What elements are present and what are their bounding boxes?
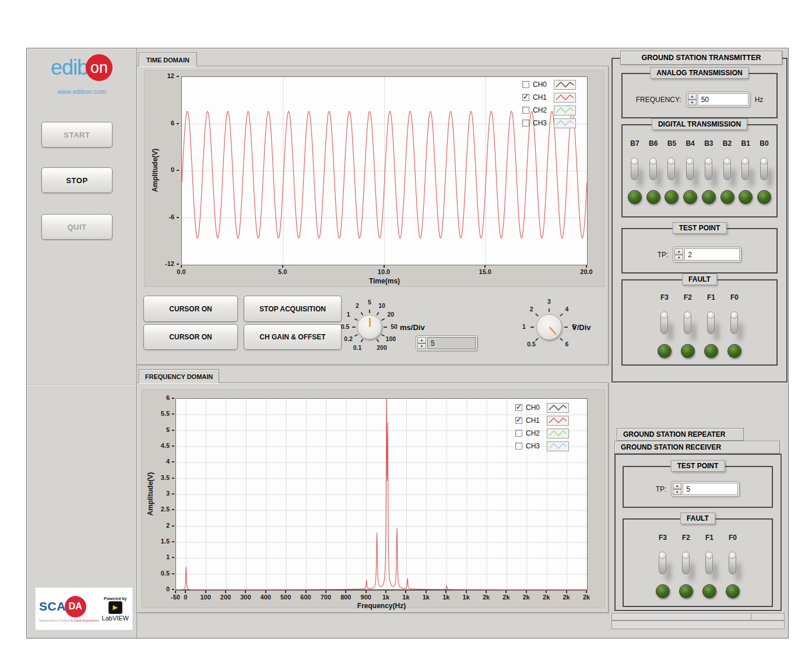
ms-div-knob[interactable]: 0.10.20.5125102050100200 xyxy=(318,299,423,369)
tx-tp-spinner-arrows[interactable]: ▲▼ xyxy=(674,248,683,261)
knob-tick xyxy=(360,312,363,315)
timebase-spinner-arrows[interactable]: ▲▼ xyxy=(417,337,426,349)
spinner-down-icon[interactable]: ▼ xyxy=(673,489,681,496)
stop-button[interactable]: STOP xyxy=(41,167,113,193)
toggle-switch-F2[interactable] xyxy=(679,549,693,579)
axis-tick-label: 2k xyxy=(556,594,577,601)
bit-column-B5: B5 xyxy=(664,139,679,204)
toggle-switch-B6[interactable] xyxy=(646,155,660,185)
timebase-value[interactable]: 5 xyxy=(427,337,476,349)
led-B4 xyxy=(683,190,697,204)
toggle-switch-B2[interactable] xyxy=(720,155,734,185)
edibon-logo: edib on xyxy=(27,54,136,81)
axis-tick xyxy=(172,445,174,447)
led-F1 xyxy=(704,344,718,358)
axis-tick-label: 100 xyxy=(195,594,216,601)
axis-tick xyxy=(172,413,174,415)
legend-checkbox-CH3[interactable] xyxy=(515,443,522,450)
timebase-spinner[interactable]: ▲▼ 5 xyxy=(416,335,477,351)
toggle-switch-F0[interactable] xyxy=(727,308,741,339)
ms-div-label: ms/Div xyxy=(400,323,425,332)
tab-ground-station-repeater[interactable]: GROUND STATION REPEATER xyxy=(617,428,744,441)
tx-test-point-group: TEST POINT TP: ▲▼ 2 xyxy=(621,228,778,273)
axis-tick xyxy=(365,591,367,593)
scada-logo: SCA DA Supervisory Control & Data Acquis… xyxy=(39,596,99,622)
sidebar: edib on www.edibon.com START STOP QUIT S… xyxy=(27,48,137,638)
axis-tick xyxy=(205,591,206,593)
legend-checkbox-CH3[interactable] xyxy=(522,120,529,127)
v-div-knob[interactable]: 0.5123456 xyxy=(516,299,616,369)
analog-transmission-title: ANALOG TRANSMISSION xyxy=(650,67,748,79)
toggle-switch-F3[interactable] xyxy=(656,549,670,579)
toggle-switch-F3[interactable] xyxy=(658,308,672,339)
axis-tick-label: 2k xyxy=(516,594,537,601)
frequency-value[interactable]: 50 xyxy=(698,93,748,106)
bit-column-B1: B1 xyxy=(738,139,753,204)
toggle-switch-B1[interactable] xyxy=(739,155,753,185)
bit-label-B6: B6 xyxy=(649,139,658,148)
rx-tp-spinner-arrows[interactable]: ▲▼ xyxy=(673,483,681,495)
tab-ground-station-receiver[interactable]: GROUND STATION RECEIVER xyxy=(614,441,780,454)
spinner-up-icon[interactable]: ▲ xyxy=(674,248,683,255)
bit-column-F3: F3 xyxy=(657,293,672,358)
cursor-on-button-1[interactable]: CURSOR ON xyxy=(143,296,238,322)
legend-checkbox-CH1[interactable] xyxy=(515,417,522,424)
axis-tick xyxy=(177,170,179,171)
toggle-switch-B0[interactable] xyxy=(757,155,771,185)
tx-tp-spinner[interactable]: ▲▼ 2 xyxy=(673,247,741,262)
spinner-up-icon[interactable]: ▲ xyxy=(673,483,681,489)
axis-tick xyxy=(566,591,567,593)
legend-label-CH2: CH2 xyxy=(533,106,550,114)
led-B6 xyxy=(646,190,660,204)
toggle-switch-B4[interactable] xyxy=(683,155,697,185)
axis-tick xyxy=(285,591,286,593)
spinner-down-icon[interactable]: ▼ xyxy=(417,343,426,350)
legend-checkbox-CH2[interactable] xyxy=(515,430,522,437)
spinner-down-icon[interactable]: ▼ xyxy=(688,100,697,106)
toggle-switch-B7[interactable] xyxy=(628,155,642,185)
time-x-axis-label: Time(ms) xyxy=(181,277,588,285)
spinner-down-icon[interactable]: ▼ xyxy=(674,255,683,261)
legend-checkbox-CH0[interactable] xyxy=(515,404,522,411)
knob-pointer xyxy=(369,318,371,327)
spinner-up-icon[interactable]: ▲ xyxy=(688,93,697,100)
axis-tick xyxy=(172,541,174,542)
frequency-label: FREQUENCY: xyxy=(636,96,681,104)
legend-checkbox-CH1[interactable] xyxy=(522,94,529,101)
frequency-spinner[interactable]: ▲▼ 50 xyxy=(686,92,750,107)
led-B5 xyxy=(665,190,679,204)
toggle-switch-F2[interactable] xyxy=(681,308,695,339)
frequency-spinner-arrows[interactable]: ▲▼ xyxy=(688,93,697,106)
toggle-switch-F0[interactable] xyxy=(726,549,740,579)
bit-label-F3: F3 xyxy=(660,293,669,302)
cursor-on-button-2[interactable]: CURSOR ON xyxy=(143,324,238,350)
axis-tick xyxy=(172,589,174,590)
axis-tick xyxy=(245,591,246,593)
legend-checkbox-CH0[interactable] xyxy=(522,81,529,88)
tx-tp-value[interactable]: 2 xyxy=(684,248,740,261)
start-button[interactable]: START xyxy=(41,122,113,148)
legend-label-CH2: CH2 xyxy=(526,429,543,437)
toggle-switch-B5[interactable] xyxy=(665,155,679,185)
bit-label-B5: B5 xyxy=(667,139,676,148)
rx-tp-spinner[interactable]: ▲▼ 5 xyxy=(671,481,740,497)
toggle-switch-F1[interactable] xyxy=(702,549,716,579)
axis-tick xyxy=(325,591,326,593)
led-B0 xyxy=(757,190,771,204)
axis-tick xyxy=(172,398,174,399)
axis-tick-label: 2.5 xyxy=(161,506,170,513)
spinner-up-icon[interactable]: ▲ xyxy=(417,337,426,343)
tab-time-domain[interactable]: TIME DOMAIN xyxy=(139,52,197,66)
rx-tp-value[interactable]: 5 xyxy=(683,483,738,495)
quit-button[interactable]: QUIT xyxy=(41,214,113,240)
axis-tick xyxy=(172,573,174,574)
axis-tick-label: 1.5 xyxy=(161,538,170,545)
legend-checkbox-CH2[interactable] xyxy=(522,107,529,114)
toggle-switch-F1[interactable] xyxy=(704,308,718,339)
tab-frequency-domain[interactable]: FREQUENCY DOMAIN xyxy=(139,369,219,383)
toggle-switch-B3[interactable] xyxy=(702,155,716,185)
legend-label-CH3: CH3 xyxy=(526,442,543,450)
axis-tick-label: 700 xyxy=(315,594,336,601)
legend-item-CH3: CH3 xyxy=(522,117,576,129)
axis-tick-label: 2k xyxy=(576,594,597,601)
